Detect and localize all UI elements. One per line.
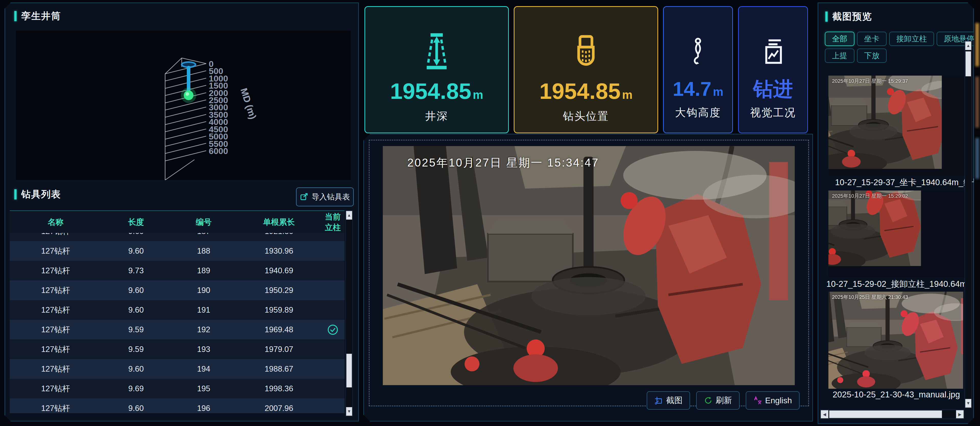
scroll-down-button[interactable]: ▼	[346, 407, 352, 416]
scrollbar-thumb[interactable]	[346, 354, 352, 388]
depth-axis-ticks: 0 500 1000 1500 2000 2500 3000 3500 4000…	[209, 59, 258, 156]
translate-icon	[753, 396, 762, 405]
col-current-stand: 当前立柱	[321, 211, 345, 233]
table-scrollbar[interactable]: ▲ ▼	[345, 211, 353, 416]
hook-height-unit: m	[713, 86, 723, 97]
video-scene	[383, 146, 795, 385]
well-depth-value: 1954.85	[390, 80, 471, 102]
stat-card-hook-height[interactable]: 14.7 m 大钩高度	[663, 6, 733, 133]
refresh-icon	[704, 396, 713, 405]
wellbore-3d-canvas: 0 500 1000 1500 2000 2500 3000 3500 4000…	[16, 31, 351, 180]
hook-height-label: 大钩高度	[675, 105, 721, 120]
well-depth-icon	[417, 27, 456, 75]
drill-table-header: 名称 长度 编号 单根累长 当前立柱	[10, 211, 345, 233]
hook-icon	[684, 29, 712, 74]
col-cumulative: 单根累长	[237, 217, 321, 228]
drill-bit-icon	[570, 27, 603, 75]
table-row-current[interactable]: 127钻杆 9.59 192 1969.48	[10, 320, 345, 340]
screenshot-thumbnail[interactable]: 2025年10月27日 星期一 15:29:02	[829, 190, 964, 278]
table-row[interactable]: 127钻杆 9.60 194 1988.67	[10, 359, 345, 379]
left-panel: 孪生井筒	[5, 3, 359, 421]
filter-chip-connect-stand[interactable]: 接卸立柱	[889, 32, 934, 46]
video-timestamp-overlay: 2025年10月27日 星期一 15:34:47	[407, 155, 599, 170]
language-toggle-button[interactable]: English	[746, 391, 800, 410]
report-icon	[759, 29, 787, 74]
bit-position-unit: m	[622, 89, 633, 101]
well-depth-unit: m	[473, 89, 484, 101]
filter-chip-lower-down[interactable]: 下放	[857, 48, 886, 63]
screenshot-thumbnail[interactable]: 2025年10月27日 星期一 15:29:37	[829, 76, 964, 176]
drill-list-title-text: 钻具列表	[21, 188, 61, 201]
scrollbar-thumb[interactable]	[966, 51, 971, 77]
filter-chip-seat-clamp[interactable]: 坐卡	[857, 32, 886, 46]
stat-card-bit-position[interactable]: 1954.85 m 钻头位置	[514, 6, 658, 133]
filter-chip-hoist-up[interactable]: 上提	[825, 48, 854, 63]
import-button-label: 导入钻具表	[312, 192, 350, 202]
chip-label: 坐卡	[864, 34, 880, 44]
language-button-label: English	[765, 396, 792, 405]
screenshot-thumbnail[interactable]: 2025年10月25日 星期六 21:30:43	[829, 292, 964, 389]
screenshot-preview-panel: 截图预览 全部 坐卡 接卸立柱 原地悬停 上提 下放 2025年10月27日 星…	[818, 3, 974, 424]
table-row[interactable]: 127钻杆 9.60 191 1959.89	[10, 300, 345, 320]
live-video-feed[interactable]: 2025年10月27日 星期一 15:34:47	[383, 146, 795, 385]
screenshot-icon	[654, 396, 663, 405]
thumbnail-timestamp-overlay: 2025年10月27日 星期一 15:29:02	[832, 193, 908, 199]
thumbnail-caption: 10-27_15-29-02_接卸立柱_1940.64m_编号	[820, 278, 971, 289]
wellbore-title-text: 孪生井筒	[21, 10, 61, 22]
video-dashed-frame: 2025年10月27日 星期一 15:34:47	[369, 140, 809, 406]
screenshot-title-text: 截图预览	[832, 10, 872, 23]
stat-card-well-depth[interactable]: 1954.85 m 井深	[364, 6, 509, 133]
visual-condition-label: 视觉工况	[750, 105, 796, 120]
chip-label: 上提	[832, 51, 847, 61]
screenshot-button[interactable]: 截图	[647, 391, 690, 410]
table-row[interactable]: 127钻杆 9.60 188 1930.96	[10, 241, 345, 261]
video-panel: 2025年10月27日 星期一 15:34:47 截图	[363, 134, 813, 421]
well-depth-label: 井深	[425, 109, 448, 123]
drill-table-body: 127钻杆 9.60 187 1921.36 127钻杆 9.60 188 19…	[10, 233, 345, 413]
table-row[interactable]: 127钻杆 9.59 193 1979.07	[10, 340, 345, 359]
title-accent-bar	[14, 189, 17, 199]
import-drill-list-button[interactable]: 导入钻具表	[296, 187, 354, 206]
title-accent-bar	[825, 11, 828, 22]
wellbore-string	[181, 62, 196, 103]
thumbnail-caption: 2025-10-25_21-30-43_manual.jpg	[829, 390, 964, 400]
scrollbar-thumb[interactable]	[829, 410, 942, 418]
col-number: 编号	[170, 217, 237, 228]
col-name: 名称	[10, 217, 102, 228]
refresh-button[interactable]: 刷新	[696, 391, 740, 410]
scroll-up-button[interactable]: ▲	[965, 41, 971, 50]
bit-position-label: 钻头位置	[563, 109, 609, 123]
scroll-down-button[interactable]: ▼	[965, 399, 971, 408]
table-row[interactable]: 127钻杆 9.60 190 1950.29	[10, 281, 345, 300]
filter-chip-all[interactable]: 全部	[825, 32, 854, 46]
wellbore-3d-view[interactable]: 0 500 1000 1500 2000 2500 3000 3500 4000…	[16, 31, 351, 180]
thumbnail-caption: 10-27_15-29-37_坐卡_1940.64m_编号_1	[820, 177, 980, 187]
table-row[interactable]: 127钻杆 9.73 189 1940.69	[10, 261, 345, 281]
chip-label: 全部	[832, 34, 847, 44]
col-length: 长度	[102, 217, 170, 228]
depth-grid	[165, 58, 206, 180]
table-row[interactable]: 127钻杆 9.60 196 2007.96	[10, 399, 345, 413]
scroll-left-button[interactable]: ◀	[821, 410, 829, 418]
scroll-right-button[interactable]: ▶	[956, 410, 964, 418]
refresh-button-label: 刷新	[716, 395, 732, 406]
scroll-up-button[interactable]: ▲	[346, 211, 352, 220]
filter-chip-hover-in-place[interactable]: 原地悬停	[937, 32, 980, 46]
title-accent-bar	[14, 11, 17, 21]
thumbnail-timestamp-overlay: 2025年10月27日 星期一 15:29:37	[832, 78, 908, 85]
table-row[interactable]: 127钻杆 9.69 195 1998.36	[10, 379, 345, 399]
import-icon	[300, 193, 309, 201]
dashboard-root: 孪生井筒	[0, 0, 980, 426]
table-row[interactable]: 127钻杆 9.60 187 1921.36	[10, 233, 345, 241]
preview-vertical-scrollbar[interactable]: ▲ ▼	[965, 41, 972, 408]
screenshot-button-label: 截图	[666, 395, 682, 406]
stat-card-visual-condition[interactable]: 钻进 视觉工况	[738, 6, 808, 133]
video-action-buttons: 截图 刷新 English	[647, 391, 800, 410]
depth-axis-label: MD (m)	[239, 87, 258, 121]
drill-list-title: 钻具列表	[14, 188, 61, 201]
wellbore-panel-title: 孪生井筒	[14, 10, 61, 22]
bit-position-value: 1954.85	[539, 80, 620, 102]
hook-height-value: 14.7	[673, 79, 711, 99]
svg-text:6000: 6000	[209, 146, 228, 156]
preview-horizontal-scrollbar[interactable]: ◀ ▶	[820, 410, 964, 419]
